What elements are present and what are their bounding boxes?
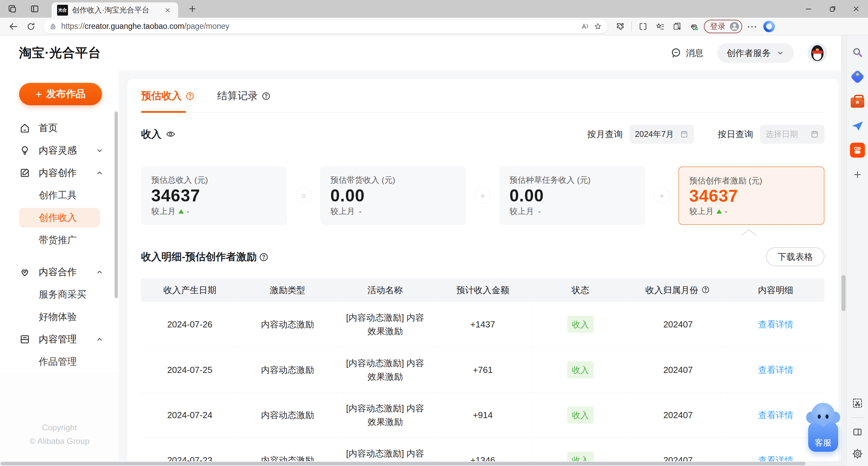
status-badge: 收入 xyxy=(567,361,594,378)
browser-tab[interactable]: 光合 创作收入·淘宝光合平台 xyxy=(52,2,178,18)
card-total-income[interactable]: 预估总收入 (元) 34637 较上月- xyxy=(141,166,287,225)
sidebar-item-works-manage[interactable]: 作品管理 xyxy=(0,351,119,373)
workspaces-icon[interactable] xyxy=(5,1,20,16)
window-controls xyxy=(797,0,868,18)
sidebar-item-promo[interactable]: 带货推广 xyxy=(0,229,119,251)
extensions-icon[interactable] xyxy=(613,20,627,33)
kuaishou-icon[interactable] xyxy=(850,143,865,158)
view-detail-link[interactable]: 查看详情 xyxy=(758,410,794,420)
minimize-icon[interactable] xyxy=(797,0,820,18)
site-header: 淘宝·光合平台 消息 创作者服务 xyxy=(0,35,846,71)
address-bar[interactable]: https://creator.guanghe.taobao.com/page/… xyxy=(44,20,608,33)
question-icon[interactable] xyxy=(259,252,268,262)
paper-plane-icon[interactable] xyxy=(850,118,865,133)
edge-sidebar xyxy=(846,35,868,466)
more-menu-icon[interactable]: ⋯ xyxy=(745,20,759,33)
refresh-icon[interactable] xyxy=(24,19,38,34)
plus-icon: + xyxy=(35,88,42,100)
cell-month: 202407 xyxy=(629,392,727,437)
sidebar-scrollbar[interactable] xyxy=(115,111,118,298)
question-icon[interactable] xyxy=(701,285,711,295)
screenshot-icon[interactable] xyxy=(850,396,865,411)
close-icon[interactable] xyxy=(844,0,868,18)
month-picker[interactable]: 2024年7月 xyxy=(629,125,694,144)
cell-date: 2024-07-24 xyxy=(141,392,239,437)
toolbox-icon[interactable] xyxy=(850,94,865,109)
plus-operator: + xyxy=(654,188,670,203)
sidebar-item-label: 内容管理 xyxy=(39,333,77,346)
creator-service-dropdown[interactable]: 创作者服务 xyxy=(717,43,794,63)
settings-gear-icon[interactable] xyxy=(850,446,865,461)
card-goods-income[interactable]: 预估带货收入 (元) 0.00 较上月 - xyxy=(320,166,466,225)
card-creator-incentive[interactable]: 预估创作者激励 (元) 34637 较上月- xyxy=(678,166,824,225)
sidebar-item-product-trial[interactable]: 好物体验 xyxy=(0,306,119,328)
tab-estimated-income[interactable]: 预估收入 xyxy=(141,89,195,112)
horizontal-scrollbar-thumb[interactable] xyxy=(1,462,805,465)
status-badge: 收入 xyxy=(567,316,594,333)
view-detail-link[interactable]: 查看详情 xyxy=(758,319,794,329)
view-detail-link[interactable]: 查看详情 xyxy=(758,365,794,375)
sidebar-search-icon[interactable] xyxy=(850,45,865,60)
card-value: 34637 xyxy=(689,186,814,206)
sidebar-item-creation[interactable]: 内容创作 xyxy=(0,162,119,184)
restore-icon[interactable] xyxy=(820,0,844,18)
site-logo[interactable]: 淘宝·光合平台 xyxy=(19,44,101,61)
card-compare: 较上月 - xyxy=(509,206,635,217)
card-title: 预估带货收入 (元) xyxy=(330,175,456,185)
tab-actions-icon[interactable] xyxy=(27,1,42,16)
card-title: 预估创作者激励 (元) xyxy=(689,175,814,186)
sidebar-item-service-purchase[interactable]: 服务商采买 xyxy=(0,283,119,306)
cell-status: 收入 xyxy=(532,302,629,347)
rail-divider xyxy=(851,417,864,418)
vertical-scrollbar-thumb[interactable] xyxy=(841,275,846,311)
customer-service-label: 客服 xyxy=(815,437,832,448)
toolbar-divider xyxy=(631,22,632,31)
user-avatar[interactable] xyxy=(808,43,827,63)
sidebar-item-cooperation[interactable]: 内容合作 xyxy=(0,261,119,283)
cell-activity: [内容动态激励] 内容效果激励 xyxy=(336,302,434,347)
browser-essentials-icon[interactable] xyxy=(687,20,701,33)
read-aloud-icon[interactable] xyxy=(580,22,589,31)
copilot-icon[interactable] xyxy=(762,20,776,33)
favorite-star-icon[interactable] xyxy=(593,22,602,31)
tab-close-icon[interactable] xyxy=(162,5,173,15)
question-icon[interactable] xyxy=(185,91,195,101)
trend-up-icon xyxy=(716,209,722,214)
sidebar-item-home[interactable]: 首页 xyxy=(0,117,119,139)
add-tab-to-collection-icon[interactable] xyxy=(670,20,684,33)
tab-settlement-record[interactable]: 结算记录 xyxy=(217,89,271,112)
table-header-row: 收入产生日期 激励类型 活动名称 预计收入金额 状态 收入归属月份 xyxy=(141,278,824,302)
day-picker[interactable]: 选择日期 xyxy=(760,125,824,144)
sidebar: + 发布作品 首页 内容灵感 xyxy=(0,71,119,466)
eye-icon[interactable] xyxy=(166,129,176,139)
messages-button[interactable]: 消息 xyxy=(670,47,704,59)
publish-button[interactable]: + 发布作品 xyxy=(19,83,102,105)
sidebar-item-creation-tools[interactable]: 创作工具 xyxy=(0,184,119,207)
horizontal-scrollbar xyxy=(0,461,841,466)
sidebar-item-creation-income[interactable]: 创作收入 xyxy=(19,208,100,228)
sidebar-item-inspiration[interactable]: 内容灵感 xyxy=(0,139,119,162)
back-icon[interactable] xyxy=(6,19,20,34)
add-sidebar-item-icon[interactable] xyxy=(850,167,865,182)
login-button[interactable]: 登录 xyxy=(704,20,742,33)
card-value: 0.00 xyxy=(330,186,456,205)
collections-icon[interactable] xyxy=(653,20,667,33)
sidebar-item-label: 好物体验 xyxy=(39,310,77,323)
shopping-tag-icon[interactable] xyxy=(850,69,865,84)
lightbulb-icon xyxy=(19,145,31,156)
download-table-button[interactable]: 下载表格 xyxy=(766,247,824,266)
question-icon[interactable] xyxy=(261,91,271,101)
customer-service-widget[interactable]: 客服 xyxy=(807,422,839,452)
elephant-mascot-icon xyxy=(807,403,839,429)
split-screen-icon[interactable] xyxy=(636,20,650,33)
new-tab-icon[interactable] xyxy=(185,1,200,16)
day-placeholder: 选择日期 xyxy=(765,129,798,140)
sidebar-item-content-manage[interactable]: 内容管理 xyxy=(0,328,119,351)
cell-date: 2024-07-26 xyxy=(141,302,239,347)
cell-amount: +1437 xyxy=(434,302,532,347)
card-task-income[interactable]: 预估种草任务收入 (元) 0.00 较上月 - xyxy=(499,166,645,225)
cell-activity: [内容动态激励] 内容效果激励 xyxy=(336,347,434,392)
cell-type: 内容动态激励 xyxy=(239,347,336,392)
tab-title: 创作收入·淘宝光合平台 xyxy=(72,5,158,15)
split-window-icon[interactable] xyxy=(850,425,865,440)
